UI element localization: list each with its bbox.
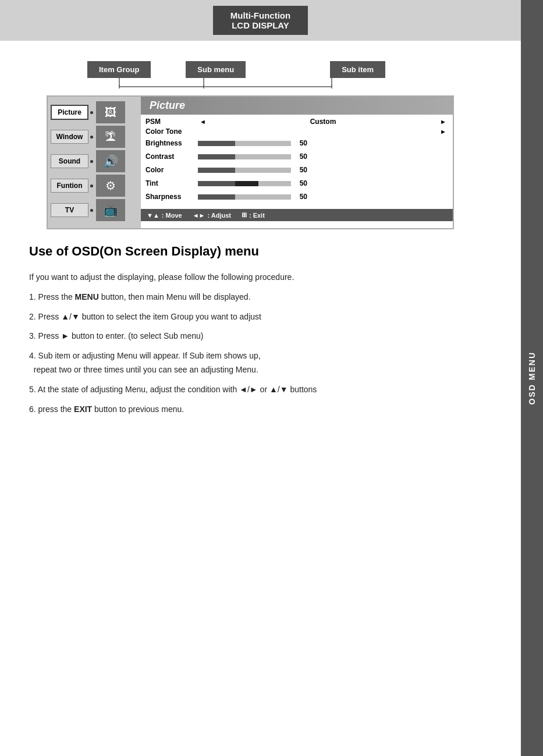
color-bar [198, 168, 291, 173]
dot-funtion [90, 184, 93, 187]
setting-row-color-tone: Color Tone ► [145, 127, 448, 136]
adjust-label: : Adjust [207, 212, 231, 219]
menu-label-picture[interactable]: Picture [51, 105, 88, 120]
panel-title: Picture [141, 97, 453, 115]
menu-label-funtion[interactable]: Funtion [51, 179, 88, 193]
step-1-num: 1. Press the [29, 292, 75, 301]
contrast-fill [198, 154, 235, 159]
sidebar-label: OSD MENU [527, 352, 537, 404]
menu-label-window[interactable]: Window [51, 130, 88, 144]
brightness-value: 50 [291, 139, 307, 147]
icon-window: 🏝 [96, 126, 125, 148]
setting-name-sharpness: Sharpness [145, 193, 198, 201]
menu-entry-funtion: Funtion ⚙ [51, 175, 138, 197]
psm-value: Custom [208, 118, 438, 126]
setting-row-tint: Tint 50 [145, 178, 448, 189]
osd-section: Use of OSD(On Screen Display) menu If yo… [29, 244, 492, 416]
psm-arrow-left[interactable]: ◄ [200, 118, 206, 125]
step-1-bold: MENU [75, 292, 99, 301]
setting-name-color: Color [145, 166, 198, 174]
setting-name-brightness: Brightness [145, 139, 198, 147]
step-4-text: 4. Sub item or adjusting Menu will appea… [29, 351, 261, 374]
icon-picture: 🖼 [96, 101, 125, 123]
tint-fill-left [198, 181, 235, 186]
icon-sound: 🔊 [96, 150, 125, 172]
brightness-fill [198, 141, 235, 146]
sharpness-value: 50 [291, 193, 307, 201]
sharpness-bar [198, 194, 291, 200]
settings-rows: PSM ◄ Custom ► Color Tone ► Brightness [141, 115, 453, 207]
header-line2: LCD DISPLAY [230, 20, 290, 30]
label-sub-menu: Sub menu [186, 61, 246, 78]
left-menu-col: Picture 🖼 Window 🏝 Sound 🔊 [48, 97, 141, 228]
right-panel-col: Picture PSM ◄ Custom ► Color Tone ► [141, 97, 453, 228]
adjust-icon: ◄► [193, 212, 205, 219]
menu-entry-sound: Sound 🔊 [51, 150, 138, 172]
osd-body: If you want to adjust the displaying, pl… [29, 271, 492, 416]
step-4: 4. Sub item or adjusting Menu will appea… [29, 349, 492, 377]
control-adjust: ◄► : Adjust [193, 212, 231, 219]
setting-row-psm: PSM ◄ Custom ► [145, 118, 448, 126]
step-6-num: 6. press the [29, 404, 74, 414]
control-bar: ▼▲ : Move ◄► : Adjust ⊞ : Exit [141, 209, 453, 221]
setting-row-sharpness: Sharpness 50 [145, 191, 448, 203]
osd-intro: If you want to adjust the displaying, pl… [29, 271, 492, 285]
exit-icon: ⊞ [242, 211, 247, 219]
tint-fill-mid [235, 181, 258, 186]
contrast-bar [198, 154, 291, 159]
top-header: Multi-Function LCD DISPLAY [0, 0, 521, 41]
setting-name-tint: Tint [145, 179, 198, 187]
icon-tv: 📺 [96, 199, 125, 221]
contrast-value: 50 [291, 152, 307, 161]
setting-row-brightness: Brightness 50 [145, 137, 448, 149]
step-5-text: 5. At the state of adjusting Menu, adjus… [29, 385, 317, 394]
sidebar: OSD MENU [521, 0, 543, 756]
color-value: 50 [291, 166, 307, 174]
menu-entry-picture: Picture 🖼 [51, 101, 138, 123]
main-content: Item Group Sub menu Sub item [0, 41, 521, 756]
setting-row-color: Color 50 [145, 164, 448, 176]
setting-row-contrast: Contrast 50 [145, 151, 448, 162]
icon-funtion: ⚙ [96, 175, 125, 197]
header-line1: Multi-Function [230, 10, 290, 20]
psm-arrow-right[interactable]: ► [440, 118, 446, 125]
tint-value: 50 [291, 179, 307, 187]
sharpness-fill [198, 194, 235, 200]
step-5: 5. At the state of adjusting Menu, adjus… [29, 383, 492, 397]
move-icon: ▼▲ [147, 212, 159, 219]
menu-label-tv[interactable]: TV [51, 203, 88, 217]
dot-window [90, 136, 93, 139]
step-1-after: button, then main Menu will be displayed… [99, 292, 251, 301]
step-3: 3. Press ► button to enter. (to select S… [29, 329, 492, 343]
step-2-text: 2. Press ▲/▼ button to select the item G… [29, 312, 261, 321]
move-label: : Move [162, 212, 182, 219]
setting-name-psm: PSM [145, 118, 198, 126]
step-2: 2. Press ▲/▼ button to select the item G… [29, 310, 492, 324]
menu-label-sound[interactable]: Sound [51, 154, 88, 168]
label-sub-item: Sub item [330, 61, 385, 78]
dot-tv [90, 209, 93, 212]
setting-name-contrast: Contrast [145, 152, 198, 161]
control-move: ▼▲ : Move [147, 212, 182, 219]
tint-bar [198, 181, 291, 186]
exit-label: : Exit [249, 212, 265, 219]
step-1: 1. Press the MENU button, then main Menu… [29, 290, 492, 304]
labels-row: Item Group Sub menu Sub item [87, 61, 492, 78]
dot-picture [90, 111, 93, 114]
osd-display-box: Picture 🖼 Window 🏝 Sound 🔊 [47, 95, 454, 229]
osd-title: Use of OSD(On Screen Display) menu [29, 244, 492, 259]
step-6: 6. press the EXIT button to previous men… [29, 403, 492, 417]
setting-name-color-tone: Color Tone [145, 127, 198, 136]
menu-entry-window: Window 🏝 [51, 126, 138, 148]
step-6-bold: EXIT [74, 404, 92, 414]
brightness-bar [198, 141, 291, 146]
control-exit: ⊞ : Exit [242, 211, 265, 219]
header-box: Multi-Function LCD DISPLAY [213, 6, 308, 35]
color-fill [198, 168, 235, 173]
dot-sound [90, 160, 93, 163]
diagram-section: Item Group Sub menu Sub item [29, 52, 492, 229]
color-tone-arrow-right[interactable]: ► [440, 128, 446, 135]
connector-lines [87, 78, 431, 95]
menu-entry-tv: TV 📺 [51, 199, 138, 221]
step-3-text: 3. Press ► button to enter. (to select S… [29, 331, 203, 340]
